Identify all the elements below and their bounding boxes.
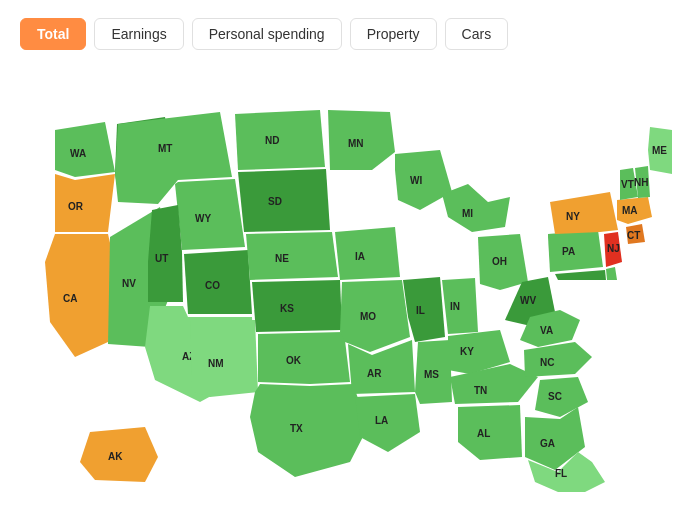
map-area: WA OR CA ID NV MT WY UT CO	[0, 62, 683, 492]
state-ME[interactable]	[648, 127, 672, 174]
state-AL[interactable]	[458, 405, 522, 460]
state-WY[interactable]	[175, 179, 245, 250]
state-IA[interactable]	[335, 227, 400, 280]
state-NM[interactable]	[190, 320, 258, 397]
tab-cars[interactable]: Cars	[445, 18, 509, 50]
state-UT[interactable]	[148, 205, 183, 302]
state-AR[interactable]	[348, 340, 415, 394]
state-SC[interactable]	[535, 377, 588, 417]
state-NY[interactable]	[550, 192, 618, 234]
state-WA[interactable]	[55, 122, 115, 177]
tab-property[interactable]: Property	[350, 18, 437, 50]
toolbar: Total Earnings Personal spending Propert…	[0, 0, 683, 62]
state-IN[interactable]	[442, 278, 478, 334]
state-KS[interactable]	[252, 280, 342, 332]
state-NJ[interactable]	[604, 232, 622, 267]
state-CO[interactable]	[184, 250, 252, 314]
state-MD[interactable]	[555, 270, 606, 280]
tab-total[interactable]: Total	[20, 18, 86, 50]
state-PA[interactable]	[548, 230, 603, 272]
state-ND[interactable]	[235, 110, 325, 170]
state-MS[interactable]	[415, 340, 452, 404]
main-container: Total Earnings Personal spending Propert…	[0, 0, 683, 505]
state-MA[interactable]	[617, 197, 652, 224]
state-OR[interactable]	[55, 174, 115, 232]
state-LA[interactable]	[355, 394, 420, 452]
state-CT[interactable]	[626, 224, 645, 244]
state-MI[interactable]	[442, 184, 510, 232]
state-MN[interactable]	[328, 110, 395, 170]
state-OH[interactable]	[478, 234, 528, 290]
state-NE[interactable]	[246, 232, 338, 280]
state-WI[interactable]	[395, 150, 452, 210]
state-OK[interactable]	[258, 332, 350, 384]
tab-earnings[interactable]: Earnings	[94, 18, 183, 50]
tab-personal-spending[interactable]: Personal spending	[192, 18, 342, 50]
state-VT[interactable]	[620, 168, 638, 200]
state-DE[interactable]	[606, 267, 617, 280]
state-SD[interactable]	[238, 169, 330, 232]
state-NC[interactable]	[524, 342, 592, 377]
state-TX[interactable]	[250, 384, 368, 477]
state-AK[interactable]	[80, 427, 158, 482]
state-MO[interactable]	[340, 280, 410, 352]
